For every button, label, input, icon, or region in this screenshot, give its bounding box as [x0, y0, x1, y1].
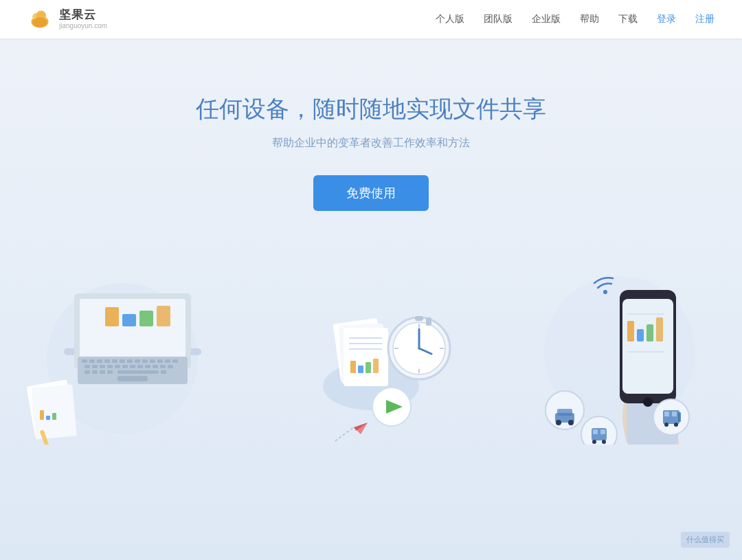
svg-rect-108	[672, 412, 677, 416]
svg-point-98	[568, 420, 574, 425]
svg-rect-27	[85, 365, 90, 368]
logo-area[interactable]: 坚果云 jianguoyun.com	[27, 7, 107, 32]
svg-point-104	[602, 440, 606, 444]
svg-rect-17	[104, 359, 110, 363]
svg-rect-15	[89, 359, 95, 363]
laptop-illustration	[14, 252, 252, 445]
logo-url: jianguoyun.com	[59, 22, 107, 30]
svg-rect-30	[107, 365, 113, 368]
nav-team[interactable]: 团队版	[484, 13, 513, 25]
svg-rect-25	[165, 359, 170, 363]
svg-rect-111	[678, 412, 681, 422]
svg-rect-19	[120, 359, 125, 363]
svg-rect-101	[593, 429, 598, 434]
logo-name: 坚果云	[59, 9, 107, 22]
svg-rect-37	[160, 365, 166, 368]
svg-rect-18	[112, 359, 117, 363]
svg-point-103	[592, 440, 596, 444]
svg-rect-72	[426, 317, 431, 326]
svg-rect-102	[600, 429, 605, 434]
svg-rect-86	[627, 321, 634, 341]
svg-rect-49	[46, 416, 50, 420]
svg-rect-59	[344, 328, 388, 386]
svg-rect-87	[637, 329, 644, 341]
navbar: 坚果云 jianguoyun.com 个人版 团队版 企业版 帮助 下载 登录 …	[0, 0, 742, 38]
svg-rect-71	[415, 316, 423, 321]
svg-rect-28	[92, 365, 98, 368]
nav-login[interactable]: 登录	[657, 13, 676, 25]
svg-rect-11	[139, 311, 153, 326]
svg-rect-34	[137, 365, 143, 368]
svg-rect-64	[358, 366, 363, 373]
svg-rect-41	[100, 370, 105, 374]
free-use-button[interactable]: 免费使用	[313, 175, 429, 211]
svg-rect-85	[622, 299, 673, 394]
phone-illustration	[490, 252, 728, 445]
svg-rect-65	[366, 362, 371, 373]
svg-point-109	[664, 423, 668, 427]
svg-rect-40	[92, 370, 98, 374]
svg-rect-96	[557, 409, 572, 416]
svg-rect-50	[52, 413, 56, 420]
svg-rect-89	[656, 317, 663, 341]
svg-rect-23	[150, 359, 155, 363]
svg-rect-107	[664, 412, 669, 416]
svg-rect-66	[373, 359, 379, 373]
nav-download[interactable]: 下载	[618, 13, 638, 25]
hero-subtitle: 帮助企业中的变革者改善工作效率和方法	[272, 136, 470, 150]
nav-links: 个人版 团队版 企业版 帮助 下载 登录 注册	[436, 13, 715, 25]
logo-icon	[27, 7, 52, 32]
svg-point-4	[32, 17, 47, 27]
svg-point-97	[556, 420, 561, 425]
svg-rect-35	[145, 365, 150, 368]
svg-rect-20	[127, 359, 133, 363]
svg-rect-14	[82, 359, 87, 363]
hero-section: 任何设备，随时随地实现文件共享 帮助企业中的变革者改善工作效率和方法 免费使用	[0, 38, 742, 560]
svg-rect-29	[100, 365, 105, 368]
cloud-illustration	[252, 252, 491, 445]
svg-rect-12	[157, 306, 170, 326]
svg-rect-42	[107, 370, 113, 374]
svg-rect-33	[130, 365, 135, 368]
svg-rect-16	[97, 359, 102, 363]
hero-title: 任何设备，随时随地实现文件共享	[196, 93, 546, 125]
svg-rect-88	[647, 324, 653, 341]
svg-rect-22	[142, 359, 148, 363]
svg-point-110	[674, 423, 678, 427]
svg-rect-63	[350, 361, 356, 373]
svg-rect-10	[122, 314, 136, 326]
svg-rect-32	[122, 365, 128, 368]
svg-rect-26	[172, 359, 178, 363]
svg-rect-43	[117, 370, 159, 374]
svg-point-92	[643, 397, 653, 407]
svg-rect-48	[40, 410, 44, 420]
svg-rect-47	[32, 384, 77, 439]
svg-rect-9	[105, 307, 119, 326]
svg-rect-38	[168, 365, 173, 368]
svg-rect-31	[115, 365, 120, 368]
nav-personal[interactable]: 个人版	[436, 13, 464, 25]
nav-enterprise[interactable]: 企业版	[532, 13, 561, 25]
svg-rect-39	[85, 370, 90, 374]
svg-rect-24	[157, 359, 163, 363]
svg-rect-45	[117, 376, 148, 381]
nav-register[interactable]: 注册	[695, 13, 715, 25]
illustrations-row	[0, 252, 742, 445]
logo-text-area: 坚果云 jianguoyun.com	[59, 9, 107, 30]
nav-help[interactable]: 帮助	[580, 13, 599, 25]
svg-rect-36	[153, 365, 158, 368]
svg-point-93	[603, 290, 607, 294]
svg-rect-21	[135, 359, 140, 363]
svg-rect-44	[161, 370, 166, 374]
